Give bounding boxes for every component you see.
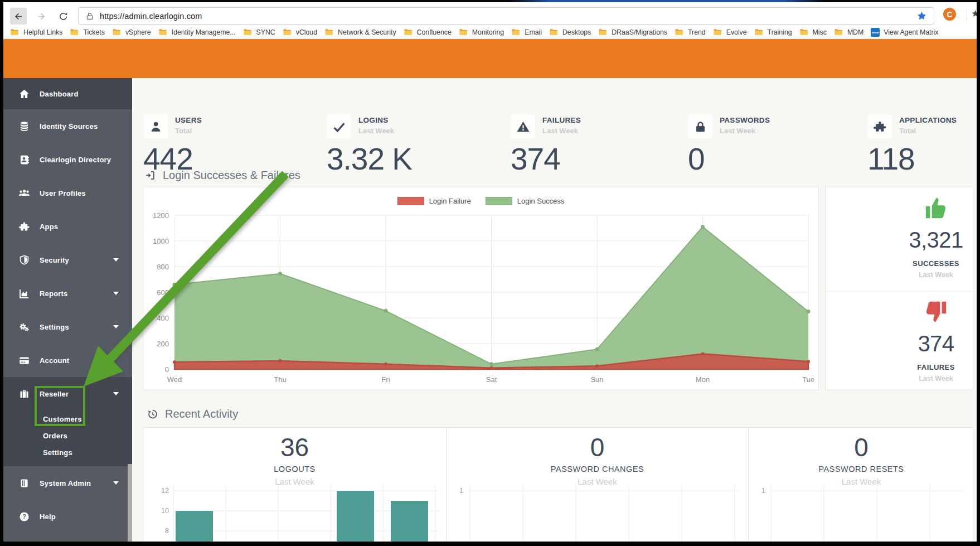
- successes-summary: 3,321 SUCCESSES Last Week: [892, 195, 979, 279]
- home-icon: [18, 88, 30, 100]
- stat-users: USERSTotal442: [143, 114, 202, 175]
- stat-icon-box: [143, 114, 168, 139]
- sidebar-subitem-reseller-orders[interactable]: Orders: [0, 427, 132, 444]
- chart-area-icon: [18, 288, 30, 299]
- address-book-icon: [18, 154, 30, 166]
- sidebar-item-account[interactable]: Account: [0, 344, 132, 377]
- sidebar-item-settings[interactable]: Settings: [0, 310, 132, 344]
- recent-mini-chart[interactable]: 12108: [143, 481, 446, 546]
- gears-icon: [18, 321, 30, 333]
- bookmark-helpful-links[interactable]: Helpful Links: [10, 28, 62, 36]
- sidebar-item-reports[interactable]: Reports: [0, 277, 132, 310]
- credit-card-icon: [18, 355, 30, 366]
- bookmark-confluence[interactable]: Confluence: [404, 28, 452, 36]
- bookmark-monitoring[interactable]: Monitoring: [459, 28, 504, 36]
- sidebar-item-apps[interactable]: Apps: [0, 210, 132, 243]
- bookmark-identity-manageme[interactable]: Identity Manageme...: [158, 28, 236, 36]
- folder-icon: [112, 28, 122, 36]
- sidebar-subitem-reseller-settings[interactable]: Settings: [0, 444, 132, 461]
- sidebar-item-clearlogin-directory[interactable]: Clearlogin Directory: [0, 143, 132, 176]
- address-bar[interactable]: https://admin.clearlogin.com: [78, 7, 934, 25]
- sidebar-item-label: Account: [40, 356, 132, 365]
- svg-text:12: 12: [161, 487, 169, 495]
- bookmark-draas-migrations[interactable]: DRaaS/Migrations: [598, 28, 667, 36]
- folder-icon: [799, 28, 809, 36]
- bookmark-view-agent-matrix[interactable]: vmwView Agent Matrix: [871, 28, 938, 37]
- bookmark-email[interactable]: Email: [511, 28, 542, 36]
- sidebar-items: DashboardIdentity SourcesClearlogin Dire…: [0, 78, 132, 533]
- server-icon: [18, 477, 30, 489]
- sidebar-item-user-profiles[interactable]: User Profiles: [0, 176, 132, 210]
- sidebar-item-label: Settings: [40, 323, 113, 331]
- window-frame-left: [0, 0, 3, 546]
- svg-text:?: ?: [22, 513, 26, 520]
- sidebar-section-reseller: ResellerCustomersOrdersSettings: [0, 377, 132, 466]
- sidebar-item-label: Clearlogin Directory: [40, 156, 132, 164]
- bookmark-evolve[interactable]: Evolve: [713, 28, 747, 36]
- bookmark-label: Confluence: [417, 28, 452, 36]
- sidebar-subitem-reseller-customers[interactable]: Customers: [0, 410, 132, 427]
- sidebar-item-reseller[interactable]: Reseller: [0, 377, 132, 410]
- sidebar-item-label: Reseller: [40, 390, 113, 398]
- bookmarks-bar: Helpful LinksTicketsvSphereIdentity Mana…: [0, 26, 980, 39]
- bookmark-sync[interactable]: SYNC: [243, 28, 275, 36]
- clearlogin-extension-icon[interactable]: C: [943, 8, 956, 21]
- bookmark-label: vCloud: [296, 28, 317, 36]
- svg-text:200: 200: [157, 340, 169, 348]
- stat-value: 3.32 K: [327, 144, 412, 175]
- user-icon: [149, 120, 163, 134]
- folder-icon: [675, 28, 684, 36]
- login-area-chart[interactable]: 020040060080010001200WedThuFriSatSunMonT…: [143, 187, 819, 392]
- svg-text:vmw: vmw: [872, 31, 879, 34]
- browser-back-button[interactable]: [10, 8, 27, 25]
- stat-sublabel: Total: [175, 127, 202, 135]
- thumbs-up-icon: [923, 195, 949, 221]
- bookmark-training[interactable]: Training: [754, 28, 792, 36]
- browser-forward-button[interactable]: [32, 8, 49, 25]
- recent-mini-chart[interactable]: 1: [749, 481, 974, 546]
- svg-text:Wed: Wed: [167, 375, 182, 384]
- sidebar-item-label: Reports: [40, 289, 113, 298]
- folder-icon: [511, 28, 521, 36]
- history-icon: [147, 408, 158, 420]
- sidebar-item-dashboard[interactable]: Dashboard: [0, 78, 132, 109]
- successes-value: 3,321: [892, 228, 979, 253]
- svg-text:10: 10: [161, 507, 169, 515]
- bookmark-label: vSphere: [125, 28, 151, 36]
- bookmark-tickets[interactable]: Tickets: [70, 28, 105, 36]
- sidebar-item-security[interactable]: Security: [0, 243, 132, 277]
- svg-text:Mon: Mon: [696, 375, 710, 384]
- stat-label: USERS: [175, 116, 202, 124]
- logins-section-title: Login Successes & Failures: [144, 169, 300, 182]
- bookmark-network-security[interactable]: Network & Security: [324, 28, 396, 36]
- stat-passwords: PASSWORDSLast Week0: [688, 114, 770, 175]
- bookmark-label: Tickets: [83, 28, 105, 36]
- bookmark-vcloud[interactable]: vCloud: [283, 28, 317, 36]
- bookmark-mdm[interactable]: MDM: [834, 28, 863, 36]
- url-text[interactable]: https://admin.clearlogin.com: [100, 12, 202, 21]
- recent-mini-chart[interactable]: 1: [447, 481, 749, 546]
- recent-card-logouts: 36LOGOUTSLast Week12108: [143, 428, 446, 546]
- bookmark-label: Identity Manageme...: [172, 28, 236, 36]
- recent-value: 36: [143, 434, 446, 461]
- chevron-down-icon: [113, 481, 119, 485]
- app-header: EVOLVE IP WORKSPACES POWERED BY CLEARLOG…: [0, 39, 980, 78]
- recent-card-password-changes: 0PASSWORD CHANGESLast Week1: [446, 428, 748, 546]
- bookmark-label: SYNC: [256, 28, 275, 36]
- browser-reload-button[interactable]: [55, 8, 71, 25]
- bookmark-desktops[interactable]: Desktops: [549, 28, 591, 36]
- sidebar-item-label: Identity Sources: [40, 122, 132, 131]
- bookmark-trend[interactable]: Trend: [675, 28, 706, 36]
- reload-icon: [58, 11, 69, 22]
- svg-text:Sat: Sat: [486, 375, 497, 384]
- stat-icon-box: [327, 114, 351, 139]
- sidebar-item-system-admin[interactable]: System Admin: [0, 466, 132, 500]
- scrollbar-thumb[interactable]: [128, 464, 132, 542]
- bookmark-misc[interactable]: Misc: [799, 28, 827, 36]
- bookmark-vsphere[interactable]: vSphere: [112, 28, 151, 36]
- sidebar-item-identity-sources[interactable]: Identity Sources: [0, 109, 132, 143]
- sidebar-item-help[interactable]: ?Help: [0, 500, 132, 533]
- failures-label: FAILURES: [892, 363, 979, 371]
- favorite-star-icon[interactable]: [916, 11, 927, 21]
- stat-value: 118: [867, 144, 957, 175]
